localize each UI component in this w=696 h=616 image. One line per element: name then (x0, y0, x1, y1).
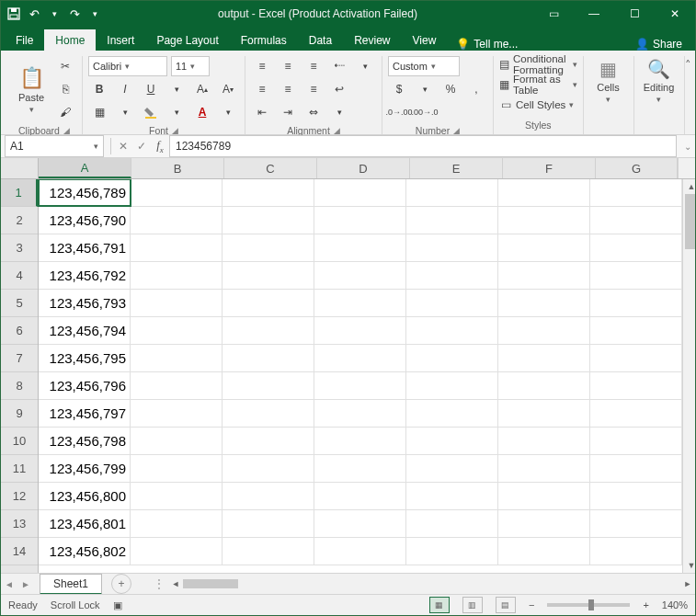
hscroll-thumb[interactable] (183, 579, 238, 588)
cell[interactable] (406, 483, 498, 509)
cell[interactable] (131, 207, 222, 234)
cell[interactable] (131, 428, 222, 454)
row-header[interactable]: 8 (1, 372, 38, 400)
row-header[interactable]: 14 (1, 538, 38, 565)
cell[interactable] (222, 483, 314, 509)
cell[interactable] (314, 317, 406, 344)
cell[interactable] (498, 317, 590, 344)
cancel-formula-icon[interactable]: ✕ (114, 137, 132, 155)
cut-icon[interactable]: ✂ (54, 56, 76, 76)
cell[interactable] (314, 207, 406, 234)
cell[interactable] (590, 234, 682, 261)
cell[interactable] (406, 317, 498, 344)
cell[interactable] (406, 538, 498, 565)
number-format-combo[interactable]: Custom▾ (388, 56, 460, 76)
qat-customize-icon[interactable]: ▾ (87, 6, 102, 21)
cell[interactable] (314, 510, 406, 537)
row-header[interactable]: 3 (1, 234, 38, 262)
cell[interactable] (131, 290, 222, 316)
normal-view-icon[interactable]: ▦ (429, 597, 450, 613)
formula-input[interactable]: 123456789 (169, 135, 677, 157)
scroll-left-icon[interactable]: ◄ (168, 579, 183, 588)
tab-nav-prev-icon[interactable]: ◄ (1, 579, 17, 589)
cell[interactable] (222, 262, 314, 289)
accounting-dropdown-icon[interactable]: ▾ (414, 79, 436, 99)
cell[interactable]: 123,456,793 (39, 290, 131, 316)
cell-styles-button[interactable]: ▭ Cell Styles ▾ (499, 97, 574, 113)
horizontal-scrollbar[interactable]: ⋮ ◄ ► (150, 577, 695, 590)
cell[interactable] (498, 483, 590, 509)
cell[interactable]: 123,456,802 (39, 538, 131, 565)
cell[interactable] (406, 179, 498, 206)
scroll-up-icon[interactable]: ▲ (683, 179, 695, 194)
cell[interactable] (131, 234, 222, 261)
page-layout-view-icon[interactable]: ▥ (462, 597, 483, 613)
cell[interactable] (590, 345, 682, 371)
row-header[interactable]: 6 (1, 317, 38, 345)
merge-dropdown-icon[interactable]: ▾ (328, 102, 350, 122)
cell[interactable] (498, 345, 590, 371)
cell[interactable] (314, 428, 406, 454)
row-header[interactable]: 11 (1, 455, 38, 483)
cell[interactable]: 123,456,790 (39, 207, 131, 234)
page-break-view-icon[interactable]: ▤ (496, 597, 516, 613)
cell[interactable] (314, 455, 406, 482)
cell[interactable]: 123,456,796 (39, 372, 131, 399)
editing-button[interactable]: 🔍 Editing ▾ (640, 56, 679, 104)
cell[interactable] (222, 538, 314, 565)
cell[interactable] (222, 455, 314, 482)
cell[interactable] (498, 207, 590, 234)
cell[interactable] (406, 372, 498, 399)
col-header-A[interactable]: A (39, 158, 131, 178)
col-header-F[interactable]: F (503, 158, 596, 178)
paste-button[interactable]: 📋 Paste ▾ (12, 64, 51, 114)
cells-button[interactable]: ▦ Cells ▾ (589, 56, 628, 104)
increase-indent-icon[interactable]: ⇥ (277, 102, 299, 122)
cell[interactable] (222, 234, 314, 261)
cell[interactable] (314, 262, 406, 289)
cell[interactable] (590, 455, 682, 482)
format-as-table-button[interactable]: ▦ Format as Table ▾ (499, 76, 577, 93)
zoom-slider-handle[interactable] (588, 599, 594, 610)
zoom-out-button[interactable]: − (529, 599, 534, 610)
cell[interactable] (406, 290, 498, 316)
font-color-button[interactable]: A (191, 102, 213, 122)
ribbon-options-icon[interactable]: ▭ (533, 1, 574, 27)
increase-decimal-icon[interactable]: .0→.00 (388, 102, 410, 122)
cell[interactable] (222, 207, 314, 234)
fill-color-button[interactable] (140, 102, 162, 122)
cell[interactable] (314, 345, 406, 371)
select-all-corner[interactable] (1, 158, 39, 178)
cell[interactable]: 123,456,799 (39, 455, 131, 482)
clipboard-dialog-icon[interactable]: ◢ (63, 126, 70, 135)
shrink-font-button[interactable]: A▾ (217, 79, 239, 99)
cell[interactable] (498, 455, 590, 482)
cell[interactable] (498, 234, 590, 261)
row-header[interactable]: 7 (1, 345, 38, 372)
tab-review[interactable]: Review (343, 29, 401, 51)
cell[interactable] (406, 234, 498, 261)
cell[interactable] (406, 400, 498, 427)
row-header[interactable]: 12 (1, 483, 38, 510)
cell[interactable] (498, 400, 590, 427)
font-size-combo[interactable]: 11▾ (171, 56, 210, 76)
tab-page-layout[interactable]: Page Layout (145, 29, 229, 51)
cell[interactable] (222, 372, 314, 399)
cell[interactable] (131, 510, 222, 537)
cell[interactable]: 123,456,797 (39, 400, 131, 427)
col-header-D[interactable]: D (317, 158, 410, 178)
redo-icon[interactable]: ↷ (67, 6, 82, 21)
minimize-button[interactable]: — (574, 1, 614, 27)
vertical-scrollbar[interactable]: ▲ ▼ (682, 179, 695, 573)
align-left-icon[interactable]: ≡ (251, 79, 273, 99)
wrap-text-icon[interactable]: ↩ (328, 79, 350, 99)
comma-format-icon[interactable]: , (465, 79, 487, 99)
bold-button[interactable]: B (88, 79, 110, 99)
fill-color-dropdown-icon[interactable]: ▾ (165, 102, 188, 122)
tab-view[interactable]: View (402, 29, 448, 51)
cell[interactable] (590, 538, 682, 565)
cell[interactable] (590, 372, 682, 399)
tab-formulas[interactable]: Formulas (230, 29, 298, 51)
cell[interactable]: 123,456,798 (39, 428, 131, 454)
borders-dropdown-icon[interactable]: ▾ (114, 102, 136, 122)
